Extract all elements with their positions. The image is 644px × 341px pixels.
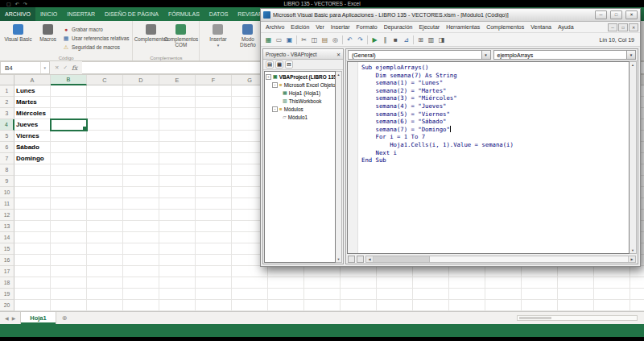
cell-i20[interactable] bbox=[304, 300, 341, 311]
cancel-icon[interactable]: ✕ bbox=[55, 64, 59, 71]
redo-icon[interactable]: ↷ bbox=[355, 35, 365, 45]
cell-d14[interactable] bbox=[123, 232, 159, 243]
code-line-2[interactable]: Dim semana(7) As String bbox=[361, 72, 629, 80]
paste-icon[interactable]: ▤ bbox=[320, 35, 330, 45]
cell-a17[interactable] bbox=[14, 266, 51, 277]
cell-b11[interactable] bbox=[51, 198, 87, 210]
cell-m20[interactable] bbox=[449, 300, 485, 311]
cell-b3[interactable] bbox=[51, 108, 87, 119]
cell-e11[interactable] bbox=[159, 198, 196, 210]
code-editor-text[interactable]: Sub ejemploArrays() Dim semana(7) As Str… bbox=[358, 62, 629, 253]
cell-a16[interactable] bbox=[14, 255, 51, 266]
row-header-8[interactable]: 8 bbox=[0, 164, 14, 176]
cell-m17[interactable] bbox=[449, 266, 485, 277]
visual-basic-button[interactable]: Visual Basic bbox=[3, 23, 33, 42]
cell-a7[interactable]: Domingo bbox=[14, 153, 51, 164]
cell-a11[interactable] bbox=[14, 198, 51, 210]
cell-c3[interactable] bbox=[87, 108, 123, 119]
cell-e6[interactable] bbox=[159, 142, 196, 153]
ribbon-button-usar-referencias-relativas[interactable]: ▦Usar referencias relativas bbox=[63, 35, 129, 42]
cell-m18[interactable] bbox=[449, 277, 485, 289]
cell-c12[interactable] bbox=[87, 210, 123, 221]
sheet-tab-hoja1[interactable]: Hoja1 bbox=[20, 312, 56, 324]
sheet-horizontal-scrollbar[interactable] bbox=[517, 315, 638, 321]
menu-herramientas[interactable]: Herramientas bbox=[443, 24, 483, 30]
addins-button[interactable]: Complementos bbox=[136, 23, 166, 42]
cell-a5[interactable]: Viernes bbox=[14, 131, 51, 142]
tree-expander-icon[interactable]: - bbox=[272, 82, 278, 88]
code-line-1[interactable]: Sub ejemploArrays() bbox=[361, 64, 629, 72]
scroll-up-icon[interactable]: ▲ bbox=[337, 73, 341, 77]
cell-d12[interactable] bbox=[123, 210, 159, 221]
name-box[interactable]: B4 ▼ bbox=[0, 61, 50, 74]
cell-e16[interactable] bbox=[159, 255, 196, 266]
cell-b6[interactable] bbox=[51, 142, 87, 153]
cell-a10[interactable] bbox=[14, 187, 51, 198]
cell-c11[interactable] bbox=[87, 198, 123, 210]
cell-a18[interactable] bbox=[14, 277, 51, 289]
code-editor[interactable]: Sub ejemploArrays() Dim semana(7) As Str… bbox=[347, 61, 630, 254]
cell-b2[interactable] bbox=[51, 97, 87, 108]
cell-f7[interactable] bbox=[196, 153, 232, 164]
cell-p18[interactable] bbox=[558, 277, 594, 289]
cell-d2[interactable] bbox=[123, 97, 159, 108]
cell-e5[interactable] bbox=[159, 131, 196, 142]
cell-b14[interactable] bbox=[51, 232, 87, 243]
column-header-f[interactable]: F bbox=[196, 75, 232, 85]
tree-item-m-dulos[interactable]: -■Módulos bbox=[265, 105, 335, 113]
project-tree-scrollbar[interactable]: ▲ ▼ bbox=[336, 71, 342, 263]
cell-l19[interactable] bbox=[413, 289, 449, 300]
cell-a8[interactable] bbox=[14, 164, 51, 176]
cell-d7[interactable] bbox=[123, 153, 159, 164]
cell-a1[interactable]: Lunes bbox=[14, 85, 51, 97]
cell-d5[interactable] bbox=[123, 131, 159, 142]
cell-b5[interactable] bbox=[51, 131, 87, 142]
cell-o17[interactable] bbox=[522, 266, 558, 277]
cell-c17[interactable] bbox=[87, 266, 123, 277]
row-header-1[interactable]: 1 bbox=[0, 85, 14, 97]
cell-e3[interactable] bbox=[159, 108, 196, 119]
row-header-6[interactable]: 6 bbox=[0, 142, 14, 153]
cell-f20[interactable] bbox=[196, 300, 232, 311]
full-module-view-button[interactable] bbox=[357, 256, 364, 263]
cell-g19[interactable] bbox=[232, 289, 268, 300]
tree-item-microsoft-excel-objetos[interactable]: -■Microsoft Excel Objetos bbox=[265, 81, 335, 89]
cell-g18[interactable] bbox=[232, 277, 268, 289]
cell-e19[interactable] bbox=[159, 289, 196, 300]
cell-h20[interactable] bbox=[268, 300, 304, 311]
cell-c5[interactable] bbox=[87, 131, 123, 142]
cell-e18[interactable] bbox=[159, 277, 196, 289]
new-sheet-button[interactable]: ⊕ bbox=[56, 312, 73, 324]
cell-e15[interactable] bbox=[159, 243, 196, 255]
column-header-d[interactable]: D bbox=[123, 75, 159, 85]
code-line-11[interactable]: Hoja1.Cells(i, 1).Value = semana(i) bbox=[361, 141, 629, 149]
cell-m19[interactable] bbox=[449, 289, 485, 300]
cell-q17[interactable] bbox=[594, 266, 630, 277]
row-header-11[interactable]: 11 bbox=[0, 198, 14, 210]
vba-title-bar[interactable]: Microsoft Visual Basic para Aplicaciones… bbox=[261, 9, 640, 22]
column-header-e[interactable]: E bbox=[159, 75, 196, 85]
cell-d1[interactable] bbox=[123, 85, 159, 97]
cell-d4[interactable] bbox=[123, 119, 159, 131]
cell-c7[interactable] bbox=[87, 153, 123, 164]
cell-d16[interactable] bbox=[123, 255, 159, 266]
cell-f9[interactable] bbox=[196, 176, 232, 187]
code-line-5[interactable]: semana(3) = "Miércoles" bbox=[361, 94, 629, 102]
row-header-5[interactable]: 5 bbox=[0, 131, 14, 142]
cell-h18[interactable] bbox=[268, 277, 304, 289]
menu-depuraci-n[interactable]: Depuración bbox=[381, 24, 416, 30]
insert-userform-icon[interactable]: ▭ bbox=[274, 35, 284, 45]
cell-c13[interactable] bbox=[87, 221, 123, 232]
ribbon-tab-inicio[interactable]: INICIO bbox=[35, 7, 62, 21]
cell-e4[interactable] bbox=[159, 119, 196, 131]
insert-function-icon[interactable]: fx bbox=[72, 64, 77, 72]
cell-c20[interactable] bbox=[87, 300, 123, 311]
scroll-left-icon[interactable]: ◀ bbox=[366, 256, 374, 262]
cell-b10[interactable] bbox=[51, 187, 87, 198]
menu-edici-n[interactable]: Edición bbox=[287, 24, 312, 30]
row-header-16[interactable]: 16 bbox=[0, 255, 14, 266]
cell-n20[interactable] bbox=[485, 300, 522, 311]
cell-f19[interactable] bbox=[196, 289, 232, 300]
cell-e2[interactable] bbox=[159, 97, 196, 108]
cell-r19[interactable] bbox=[630, 289, 644, 300]
